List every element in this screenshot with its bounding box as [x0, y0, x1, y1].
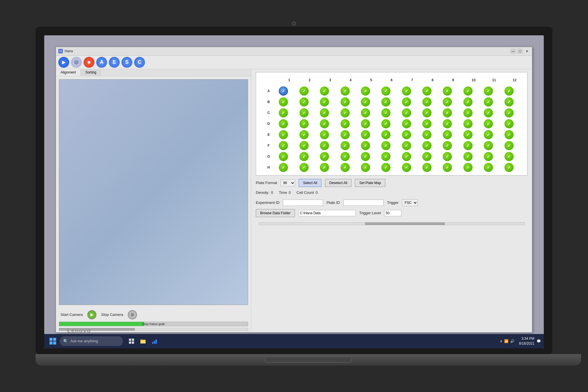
well-H12[interactable]: ✓	[504, 163, 514, 172]
well-H10[interactable]: ✓	[463, 163, 473, 172]
well-F12[interactable]: ✓	[504, 141, 514, 150]
well-cell-A11[interactable]: ✓	[484, 86, 504, 96]
taskview-icon[interactable]	[126, 336, 137, 346]
well-A5[interactable]: ✓	[361, 86, 370, 96]
well-cell-F1[interactable]: ✓	[279, 140, 299, 151]
maximize-button[interactable]: □	[517, 49, 523, 54]
well-cell-D7[interactable]: ✓	[402, 118, 422, 129]
notification-icon[interactable]: 💬	[537, 339, 541, 343]
well-cell-C12[interactable]: ✓	[504, 107, 525, 118]
well-cell-B3[interactable]: ✓	[320, 96, 340, 107]
well-F10[interactable]: ✓	[463, 141, 473, 150]
well-cell-H6[interactable]: ✓	[381, 162, 402, 173]
well-C1[interactable]: ✓	[279, 108, 288, 117]
well-A6[interactable]: ✓	[381, 86, 390, 96]
well-C2[interactable]: ✓	[299, 108, 309, 117]
well-cell-A7[interactable]: ✓	[402, 86, 422, 96]
clock[interactable]: 3:34 PM 8/18/2021	[519, 336, 534, 346]
experiment-id-input[interactable]	[283, 200, 323, 206]
well-cell-G2[interactable]: ✓	[299, 151, 320, 162]
well-D7[interactable]: ✓	[402, 119, 411, 128]
well-F1[interactable]: ✓	[279, 141, 288, 150]
well-cell-E11[interactable]: ✓	[484, 129, 504, 140]
well-cell-F8[interactable]: ✓	[422, 140, 443, 151]
well-cell-H11[interactable]: ✓	[484, 162, 504, 173]
well-B5[interactable]: ✓	[361, 97, 370, 107]
well-C12[interactable]: ✓	[504, 108, 514, 117]
well-H5[interactable]: ✓	[361, 163, 370, 172]
well-B2[interactable]: ✓	[299, 97, 309, 107]
well-cell-H4[interactable]: ✓	[341, 162, 361, 173]
well-cell-H12[interactable]: ✓	[504, 162, 525, 173]
well-cell-F10[interactable]: ✓	[463, 140, 484, 151]
well-cell-D5[interactable]: ✓	[361, 118, 381, 129]
well-cell-C9[interactable]: ✓	[443, 107, 463, 118]
tab-alignment[interactable]: Alignment	[56, 69, 81, 76]
well-D8[interactable]: ✓	[422, 119, 432, 128]
right-panel-scrollbar[interactable]	[259, 222, 525, 225]
well-cell-F7[interactable]: ✓	[402, 140, 422, 151]
well-cell-A10[interactable]: ✓	[463, 86, 484, 96]
well-A11[interactable]: ✓	[484, 86, 493, 96]
well-B8[interactable]: ✓	[422, 97, 432, 107]
well-H9[interactable]: ✓	[443, 163, 452, 172]
browse-data-folder-button[interactable]: Browse Data Folder	[256, 209, 295, 217]
close-button[interactable]: ✕	[524, 49, 530, 54]
start-button[interactable]	[47, 335, 59, 347]
well-cell-A4[interactable]: ✓	[341, 86, 361, 96]
well-cell-F5[interactable]: ✓	[361, 140, 381, 151]
well-F6[interactable]: ✓	[381, 141, 390, 150]
well-cell-D8[interactable]: ✓	[422, 118, 443, 129]
well-cell-F9[interactable]: ✓	[443, 140, 463, 151]
well-cell-F11[interactable]: ✓	[484, 140, 504, 151]
well-E9[interactable]: ✓	[443, 130, 452, 139]
tab-sorting[interactable]: Sorting	[81, 69, 101, 76]
well-cell-B7[interactable]: ✓	[402, 96, 422, 107]
well-D11[interactable]: ✓	[484, 119, 493, 128]
well-A12[interactable]: ✓	[504, 86, 514, 96]
well-F11[interactable]: ✓	[484, 141, 493, 150]
trigger-select[interactable]: FSC SSC FL1 FL2	[402, 199, 418, 206]
well-B1[interactable]: ✓	[279, 97, 288, 107]
well-cell-F6[interactable]: ✓	[381, 140, 402, 151]
well-C6[interactable]: ✓	[381, 108, 390, 117]
well-cell-B10[interactable]: ✓	[463, 96, 484, 107]
well-cell-B12[interactable]: ✓	[504, 96, 525, 107]
mode-s-button[interactable]: S	[121, 57, 132, 68]
well-H1[interactable]: ✓	[279, 163, 288, 172]
well-H8[interactable]: ✓	[422, 163, 432, 172]
well-D1[interactable]: ✓	[279, 119, 288, 128]
well-cell-A2[interactable]: ✓	[299, 86, 320, 96]
well-cell-G10[interactable]: ✓	[463, 151, 484, 162]
tray-arrow[interactable]: ∧	[500, 339, 502, 343]
well-H11[interactable]: ✓	[484, 163, 493, 172]
well-cell-D2[interactable]: ✓	[299, 118, 320, 129]
trigger-level-input[interactable]	[384, 210, 401, 216]
pause-button[interactable]	[71, 57, 82, 68]
well-cell-D6[interactable]: ✓	[381, 118, 402, 129]
well-C10[interactable]: ✓	[463, 108, 473, 117]
well-A4[interactable]: ✓	[341, 86, 350, 96]
well-cell-E12[interactable]: ✓	[504, 129, 525, 140]
well-C8[interactable]: ✓	[422, 108, 432, 117]
well-cell-C10[interactable]: ✓	[463, 107, 484, 118]
well-cell-G1[interactable]: ✓	[279, 151, 299, 162]
well-B11[interactable]: ✓	[484, 97, 493, 107]
well-cell-G5[interactable]: ✓	[361, 151, 381, 162]
well-cell-C11[interactable]: ✓	[484, 107, 504, 118]
well-D4[interactable]: ✓	[341, 119, 350, 128]
well-G4[interactable]: ✓	[341, 152, 350, 161]
well-cell-B5[interactable]: ✓	[361, 96, 381, 107]
well-G2[interactable]: ✓	[299, 152, 309, 161]
well-cell-F4[interactable]: ✓	[341, 140, 361, 151]
well-F4[interactable]: ✓	[341, 141, 350, 150]
well-B9[interactable]: ✓	[443, 97, 452, 107]
well-cell-E4[interactable]: ✓	[341, 129, 361, 140]
well-F3[interactable]: ✓	[320, 141, 329, 150]
deselect-all-button[interactable]: Deselect All	[325, 179, 352, 187]
well-A2[interactable]: ✓	[299, 86, 309, 96]
well-cell-H9[interactable]: ✓	[443, 162, 463, 173]
well-cell-E9[interactable]: ✓	[443, 129, 463, 140]
file-explorer-icon[interactable]	[138, 336, 148, 346]
well-B12[interactable]: ✓	[504, 97, 514, 107]
